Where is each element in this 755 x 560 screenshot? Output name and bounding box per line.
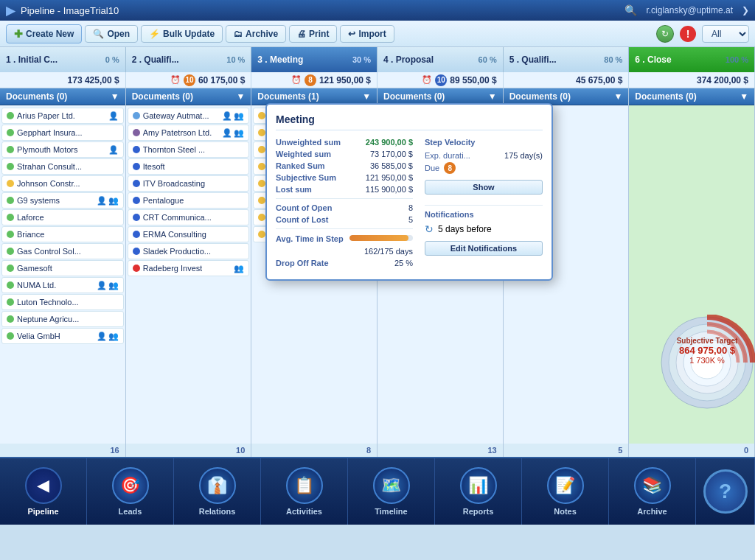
stage-head-6[interactable]: 6 . Close100 %	[629, 47, 755, 72]
status-dot	[7, 315, 14, 323]
list-item[interactable]: Briance	[1, 226, 124, 242]
import-button[interactable]: ↩ Import	[340, 25, 394, 43]
nav-item-?[interactable]: ?	[696, 458, 755, 525]
list-item[interactable]: ERMA Consulting	[128, 226, 250, 242]
stage-head-2[interactable]: 2 . Qualifi...10 %	[126, 47, 252, 72]
target-label: Subjective Target	[659, 337, 755, 345]
list-item[interactable]: Neptune Agricu...	[1, 311, 124, 327]
list-item[interactable]: NUMA Ltd. 👤👥	[1, 277, 124, 293]
list-item[interactable]: Gamesoft	[1, 260, 124, 276]
status-dot	[258, 197, 265, 204]
list-item[interactable]: Gateway Autmat... 👤👥	[128, 108, 250, 124]
nav-item-reports[interactable]: 📊 Reports	[435, 458, 522, 525]
stage-head-1[interactable]: 1 . Initial C...0 %	[0, 47, 126, 72]
nav-item-activities[interactable]: 📋 Activities	[261, 458, 348, 525]
doc-header-2[interactable]: Documents (0)▼	[126, 88, 251, 105]
popup-row: Ranked Sum 36 585,00 $	[276, 161, 413, 170]
list-item[interactable]: Arius Paper Ltd. 👤	[1, 108, 124, 124]
nav-item-timeline[interactable]: 🗺️ Timeline	[348, 458, 435, 525]
nav-item-relations[interactable]: 👔 Relations	[174, 458, 261, 525]
target-pct: 1 730K %	[659, 356, 755, 365]
leads-label: Leads	[119, 507, 142, 516]
archive-icon: 📚	[634, 467, 671, 504]
alert-button[interactable]: !	[680, 26, 696, 42]
list-item[interactable]: Pentalogue	[128, 192, 250, 209]
column-footer-3: 8	[251, 444, 377, 457]
relations-label: Relations	[199, 507, 236, 516]
list-item[interactable]: Thornton Steel ...	[128, 141, 250, 158]
user-email: r.ciglansky@uptime.at	[646, 5, 733, 15]
list-item[interactable]: Plymouth Motors 👤	[1, 141, 124, 158]
status-dot	[7, 180, 14, 187]
print-button[interactable]: 🖨 Print	[289, 25, 337, 43]
list-item[interactable]: Luton Technolo...	[1, 294, 124, 310]
column-footer-1: 16	[0, 444, 125, 457]
bulk-icon: ⚡	[149, 29, 160, 39]
status-dot	[133, 163, 140, 170]
list-item[interactable]: Radeberg Invest 👥	[128, 260, 250, 276]
item-name: Amy Patetrson Ltd.	[143, 128, 212, 137]
create-new-button[interactable]: ✚ Create New	[6, 24, 82, 43]
filter-select[interactable]: All	[702, 25, 749, 43]
popup-left: Unweighted sum 243 900,00 $ Weighted sum…	[276, 138, 413, 270]
edit-notifications-button[interactable]: Edit Notifications	[425, 241, 543, 256]
dropoff-row: Drop Off Rate 25 %	[276, 259, 413, 267]
list-item[interactable]: Amy Patetrson Ltd. 👤👥	[128, 125, 250, 141]
item-name: CRT Communica...	[143, 213, 212, 222]
title-bar-right: 🔍 r.ciglansky@uptime.at ❯	[624, 4, 749, 16]
nav-item-archive[interactable]: 📚 Archive	[609, 458, 696, 525]
nav-item-pipeline[interactable]: ◀ Pipeline	[0, 458, 87, 525]
list-item[interactable]: Johnson Constr...	[1, 175, 124, 192]
amount-cell-6: 374 200,00 $	[629, 72, 755, 88]
list-item[interactable]: G9 systems 👤👥	[1, 192, 124, 209]
status-dot	[7, 332, 14, 340]
activities-icon: 📋	[286, 467, 323, 504]
user-icon: 👤	[97, 196, 107, 206]
status-dot	[7, 197, 14, 204]
list-item[interactable]: CRT Communica...	[128, 209, 250, 225]
item-name: Strahan Consult...	[17, 162, 82, 171]
list-item[interactable]: ITV Broadcasting	[128, 175, 250, 192]
popup-row: Weighted sum 73 170,00 $	[276, 150, 413, 158]
column-footer-5: 5	[504, 444, 629, 457]
list-item[interactable]: Strahan Consult...	[1, 158, 124, 175]
item-name: ITV Broadcasting	[143, 179, 205, 188]
list-item[interactable]: Laforce	[1, 209, 124, 225]
nav-item-notes[interactable]: 📝 Notes	[522, 458, 609, 525]
amount-cell-5: 45 675,00 $	[504, 72, 630, 88]
doc-header-1[interactable]: Documents (0)▼	[0, 88, 125, 105]
group-icon: 👥	[108, 196, 119, 206]
status-dot	[258, 112, 265, 119]
amount-cell-3: ⏰8121 950,00 $	[251, 72, 378, 88]
search-button[interactable]: 🔍	[624, 4, 637, 16]
list-item[interactable]: Sladek Productio...	[128, 243, 250, 259]
target-area: Subjective Target 864 975,00 $ 1 730K %	[659, 315, 755, 413]
list-item[interactable]: Gas Control Sol...	[1, 243, 124, 259]
item-name: Luton Technolo...	[17, 298, 79, 307]
bottom-nav: ◀ Pipeline 🎯 Leads 👔 Relations 📋 Activit…	[0, 457, 755, 525]
show-button[interactable]: Show	[425, 180, 543, 195]
toolbar: ✚ Create New 🔍 Open ⚡ Bulk Update 🗂 Arch…	[0, 21, 755, 47]
item-name: NUMA Ltd.	[17, 281, 56, 290]
stage-head-5[interactable]: 5 . Qualifi...80 %	[504, 47, 630, 72]
bulk-update-button[interactable]: ⚡ Bulk Update	[141, 25, 223, 43]
item-name: Laforce	[17, 213, 44, 222]
nav-item-leads[interactable]: 🎯 Leads	[87, 458, 174, 525]
open-button[interactable]: 🔍 Open	[85, 25, 138, 43]
refresh-button[interactable]: ↻	[656, 25, 674, 43]
stage-head-3[interactable]: 3 . Meeting30 %	[251, 47, 378, 72]
archive-button[interactable]: 🗂 Archive	[226, 25, 286, 43]
reports-label: Reports	[463, 507, 494, 516]
stage-head-4[interactable]: 4 . Proposal60 %	[378, 47, 504, 72]
popup-title: Meeting	[276, 113, 543, 130]
list-item[interactable]: Velia GmbH 👤👥	[1, 328, 124, 344]
popup-row: Unweighted sum 243 900,00 $	[276, 138, 413, 147]
user-icon: 👤	[108, 145, 119, 155]
list-item[interactable]: Itesoft	[128, 158, 250, 175]
list-item[interactable]: Gepphart Insura...	[1, 125, 124, 141]
title-arrow-button[interactable]: ❯	[742, 5, 749, 15]
timeline-icon: 🗺️	[373, 467, 410, 504]
columns-area: Documents (0)▼ Arius Paper Ltd. 👤 Geppha…	[0, 88, 755, 457]
item-name: Radeberg Invest	[143, 264, 203, 273]
doc-header-6[interactable]: Documents (0)▼	[629, 88, 754, 105]
